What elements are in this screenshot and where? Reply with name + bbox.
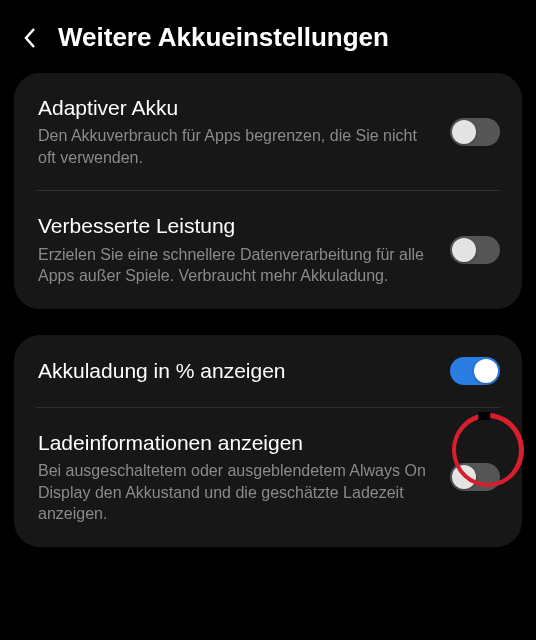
toggle-knob <box>452 238 476 262</box>
setting-enhanced-performance[interactable]: Verbesserte Leistung Erzielen Sie eine s… <box>14 191 522 308</box>
setting-title: Ladeinformationen anzeigen <box>38 430 434 455</box>
setting-content: Verbesserte Leistung Erzielen Sie eine s… <box>38 213 434 286</box>
setting-desc: Erzielen Sie eine schnellere Datenverarb… <box>38 244 434 287</box>
toggle-knob <box>452 120 476 144</box>
toggle-adaptive-battery[interactable] <box>450 118 500 146</box>
setting-content: Ladeinformationen anzeigen Bei ausgescha… <box>38 430 434 525</box>
toggle-knob <box>474 359 498 383</box>
setting-title: Akkuladung in % anzeigen <box>38 358 434 383</box>
header: Weitere Akkueinstellungen <box>0 0 536 73</box>
setting-content: Akkuladung in % anzeigen <box>38 358 434 383</box>
setting-desc: Den Akkuverbrauch für Apps begrenzen, di… <box>38 125 434 168</box>
setting-title: Verbesserte Leistung <box>38 213 434 238</box>
toggle-knob <box>452 465 476 489</box>
setting-title: Adaptiver Akku <box>38 95 434 120</box>
settings-section-1: Adaptiver Akku Den Akkuverbrauch für App… <box>14 73 522 309</box>
page-title: Weitere Akkueinstellungen <box>58 22 389 53</box>
toggle-charging-info[interactable] <box>450 463 500 491</box>
back-icon[interactable] <box>20 27 40 49</box>
settings-section-2: Akkuladung in % anzeigen Ladeinformation… <box>14 335 522 547</box>
toggle-battery-percentage[interactable] <box>450 357 500 385</box>
setting-content: Adaptiver Akku Den Akkuverbrauch für App… <box>38 95 434 168</box>
setting-adaptive-battery[interactable]: Adaptiver Akku Den Akkuverbrauch für App… <box>14 73 522 190</box>
setting-battery-percentage[interactable]: Akkuladung in % anzeigen <box>14 335 522 407</box>
setting-charging-info[interactable]: Ladeinformationen anzeigen Bei ausgescha… <box>14 408 522 547</box>
setting-desc: Bei ausgeschaltetem oder ausgeblendetem … <box>38 460 434 525</box>
toggle-enhanced-performance[interactable] <box>450 236 500 264</box>
